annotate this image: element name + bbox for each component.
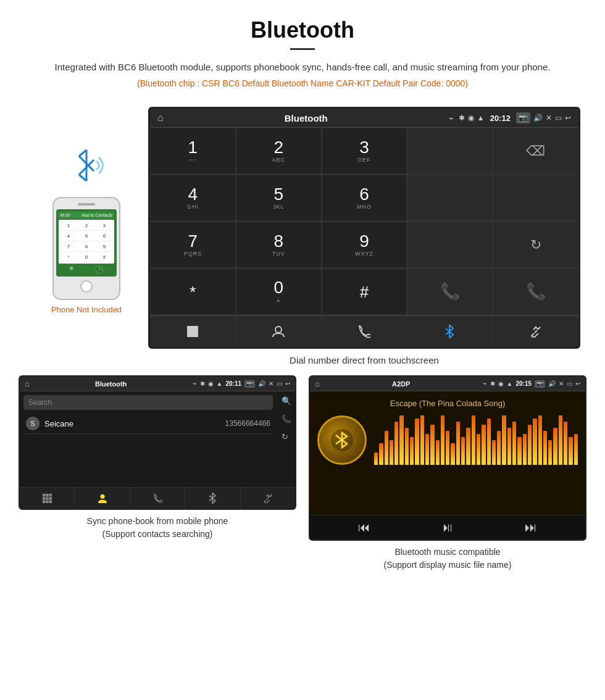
pb-bt-icon: ✱: [200, 380, 205, 387]
function-bar: [150, 315, 578, 347]
pb-scr-icon[interactable]: ▭: [277, 380, 282, 387]
pb-vol-icon[interactable]: 🔊: [258, 380, 265, 387]
call-key[interactable]: 📞: [407, 269, 493, 315]
empty-r2-2: [493, 175, 578, 221]
song-title: Escape (The Pina Colada Song): [390, 399, 505, 408]
usb-icon: ⌁: [449, 114, 454, 123]
home-icon[interactable]: ⌂: [157, 112, 164, 123]
phone-key-star: *: [60, 252, 77, 262]
key-3[interactable]: 3DEF: [322, 128, 407, 174]
person-icon: [272, 325, 285, 338]
viz-bar: [390, 440, 393, 465]
phonebook-screenshot-block: ⌂ Bluetooth ⌁ ✱ ◉ ▲ 20:11 📷 🔊 ✕ ▭ ↩ Sear…: [19, 375, 296, 574]
viz-bar: [482, 425, 485, 465]
pb-refresh-icon[interactable]: ↻: [282, 432, 291, 441]
backspace-key[interactable]: ⌫: [493, 128, 578, 174]
pb-link-icon: [263, 493, 273, 503]
music-controls: ⏮ ⏯ ⏭: [310, 515, 585, 540]
viz-bar: [456, 422, 460, 465]
phone-screen: M:00Add to Contacts 1 2 3 4 5 6 7 8 9 * …: [56, 209, 117, 277]
key-hash[interactable]: #: [322, 269, 407, 315]
ms-home-icon[interactable]: ⌂: [315, 379, 320, 388]
pb-grid-btn[interactable]: [20, 488, 75, 509]
pb-person-icon: [98, 493, 107, 503]
pb-bt-btn[interactable]: [185, 488, 240, 509]
pb-grid-icon: [42, 493, 52, 503]
phonebook-side-icons: 🔍 📞 ↻: [282, 396, 291, 441]
viz-bar: [410, 437, 414, 465]
ms-back-icon[interactable]: ↩: [575, 380, 580, 387]
redial-key[interactable]: ↻: [493, 222, 578, 268]
phone-key-5: 5: [78, 231, 95, 241]
key-2[interactable]: 2ABC: [236, 128, 322, 174]
ms-usb-icon: ⌁: [483, 380, 487, 388]
viz-bar: [399, 415, 403, 465]
viz-bar: [548, 440, 552, 465]
bluetooth-album-icon: [330, 428, 354, 452]
key-9[interactable]: 9WXYZ: [322, 222, 407, 268]
phone-key-4: 4: [60, 231, 77, 241]
phone-icon: [357, 325, 370, 338]
pb-link-btn[interactable]: [241, 488, 295, 509]
viz-bar: [528, 425, 532, 465]
svg-point-25: [100, 494, 104, 499]
bluetooth-func-btn[interactable]: [407, 316, 493, 347]
contact-name: Seicane: [44, 419, 220, 428]
call-func-btn[interactable]: [322, 316, 407, 347]
ms-close-icon[interactable]: ✕: [559, 380, 564, 387]
play-pause-btn[interactable]: ⏯: [441, 520, 454, 535]
pb-sig-icon: ▲: [217, 380, 223, 387]
music-content: Escape (The Pina Colada Song): [310, 391, 585, 515]
key-1[interactable]: 1⌣⌣: [150, 128, 236, 174]
phone-key-1: 1: [60, 221, 77, 231]
empty-r2-1: [407, 175, 493, 221]
next-track-btn[interactable]: ⏭: [525, 520, 537, 535]
prev-track-btn[interactable]: ⏮: [358, 520, 370, 535]
phonebook-contact-row[interactable]: S Seicane 13566664466: [23, 414, 273, 434]
key-6[interactable]: 6MNO: [322, 175, 407, 221]
svg-rect-11: [187, 333, 191, 337]
key-7[interactable]: 7PQRS: [150, 222, 236, 268]
viz-bar: [533, 419, 536, 465]
contact-phone: 13566664466: [225, 419, 270, 428]
phonebook-screen: ⌂ Bluetooth ⌁ ✱ ◉ ▲ 20:11 📷 🔊 ✕ ▭ ↩ Sear…: [19, 375, 296, 510]
close-icon[interactable]: ✕: [546, 114, 552, 122]
ms-vol-icon[interactable]: 🔊: [548, 380, 556, 387]
viz-bar: [461, 437, 465, 465]
pb-person-btn[interactable]: [75, 488, 130, 509]
volume-icon[interactable]: 🔊: [533, 114, 543, 122]
viz-bar: [436, 440, 440, 465]
pb-phone-icon[interactable]: 📞: [282, 414, 291, 423]
pb-statusbar-title: Bluetooth: [33, 380, 190, 388]
contact-avatar: S: [26, 417, 40, 430]
car-statusbar: ⌂ Bluetooth ⌁ ✱ ◉ ▲ 20:12 📷 🔊 ✕ ▭ ↩: [150, 109, 578, 128]
svg-rect-8: [187, 330, 191, 333]
pb-search-icon[interactable]: 🔍: [282, 396, 291, 406]
key-star[interactable]: *: [150, 269, 236, 315]
pb-home-icon[interactable]: ⌂: [25, 379, 30, 388]
phonebook-search-bar[interactable]: Search: [23, 395, 273, 410]
ms-bt-icon: ✱: [490, 380, 495, 387]
pb-back-icon[interactable]: ↩: [285, 380, 290, 387]
key-5[interactable]: 5JKL: [236, 175, 322, 221]
key-8[interactable]: 8TUV: [236, 222, 322, 268]
dialpad-func-btn[interactable]: [150, 316, 236, 347]
key-4[interactable]: 4GHI: [150, 175, 236, 221]
music-caption: Bluetooth music compatible (Support disp…: [309, 541, 586, 574]
ms-scr-icon[interactable]: ▭: [567, 380, 572, 387]
ms-statusbar-title: A2DP: [323, 380, 480, 388]
key-0[interactable]: 0+: [236, 269, 322, 315]
back-icon[interactable]: ↩: [565, 114, 571, 122]
phone-speaker: [78, 203, 95, 206]
settings-func-btn[interactable]: [493, 316, 578, 347]
search-placeholder-text: Search: [28, 398, 52, 407]
pb-call-btn[interactable]: [130, 488, 185, 509]
pb-close-icon[interactable]: ✕: [269, 380, 273, 387]
viz-bar: [564, 422, 567, 465]
viz-bar: [543, 431, 547, 465]
screen-icon[interactable]: ▭: [555, 114, 562, 122]
contacts-func-btn[interactable]: [236, 316, 322, 347]
viz-bar: [553, 428, 557, 465]
end-call-key[interactable]: 📞: [493, 269, 578, 315]
phone-key-6: 6: [96, 231, 113, 241]
